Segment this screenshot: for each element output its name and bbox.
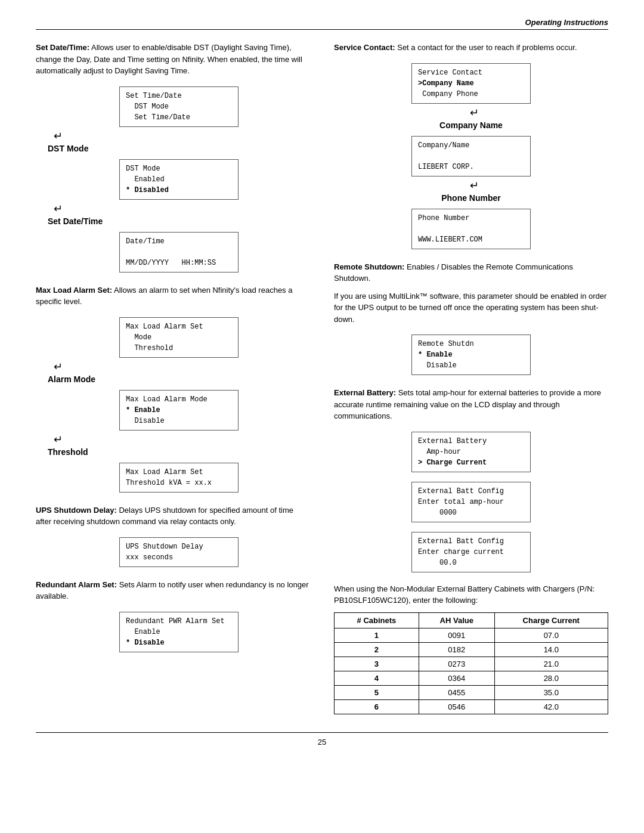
- remote-shutdown-box-group: Remote Shutdn * Enable Disable: [334, 331, 608, 379]
- sc-line2: >Company Name: [418, 79, 474, 88]
- set-time-date-box: Set Time/Date DST Mode Set Time/Date: [119, 86, 239, 127]
- redundant-line2: Enable: [126, 628, 160, 636]
- table-row: 3027321.0: [335, 657, 608, 671]
- table-row: 6054642.0: [335, 699, 608, 714]
- set-date-box: Date/Time MM/DD/YYYY HH:MM:SS: [119, 232, 239, 272]
- max-load-line3: Threshold: [126, 344, 173, 352]
- ext-batt-box3: External Batt Config Enter charge curren…: [411, 532, 531, 572]
- external-battery-intro: External Battery: Sets total amp-hour fo…: [334, 387, 608, 422]
- table-cell: 35.0: [494, 685, 608, 699]
- rs-line3: Disable: [418, 361, 457, 370]
- dst-mode-line2: Enabled: [126, 175, 165, 184]
- threshold-line1: Max Load Alarm Set: [126, 468, 203, 476]
- cn-line1: Company/Name: [418, 141, 469, 150]
- table-header-ah: AH Value: [419, 612, 494, 628]
- table-row: 5045535.0: [335, 685, 608, 699]
- alarm-mode-line2: * Enable: [126, 406, 160, 414]
- ups-shutdown-box-group: UPS Shutdown Delay xxx seconds: [48, 534, 310, 571]
- set-time-date-line3: Set Time/Date: [126, 113, 190, 122]
- table-cell: 0364: [419, 671, 494, 685]
- enter-arrow-1: ↵: [54, 131, 63, 141]
- dst-mode-label: DST Mode: [48, 144, 88, 153]
- right-column: Service Contact: Set a contact for the u…: [334, 42, 608, 714]
- table-cell: 0182: [419, 642, 494, 657]
- rs-line1: Remote Shutdn: [418, 340, 474, 348]
- enter-arrow-2: ↵: [54, 203, 63, 214]
- max-load-intro: Max Load Alarm Set: Allows an alarm to s…: [36, 284, 310, 308]
- eb2-line1: External Batt Config: [418, 487, 504, 496]
- table-cell: 6: [335, 699, 419, 714]
- pn-line1: Phone Number: [418, 214, 469, 222]
- phone-number-box: Phone Number WWW.LIEBERT.COM: [411, 209, 531, 249]
- two-col-layout: Set Date/Time: Allows user to enable/dis…: [36, 42, 608, 714]
- eb2-line2: Enter total amp-hour: [418, 498, 504, 506]
- table-cell: 2: [335, 642, 419, 657]
- header-bar: Operating Instructions: [36, 18, 608, 30]
- alarm-mode-line1: Max Load Alarm Mode: [126, 395, 208, 404]
- table-header-charge: Charge Current: [494, 612, 608, 628]
- dst-mode-box: DST Mode Enabled * Disabled: [119, 159, 239, 200]
- eb2-line3: 0000: [418, 509, 457, 517]
- company-name-label: Company Name: [439, 120, 503, 130]
- max-load-line1: Max Load Alarm Set: [126, 323, 203, 331]
- max-load-box-group: Max Load Alarm Set Mode Threshold ↵ Alar…: [48, 314, 310, 496]
- set-time-date-box-group: Set Time/Date DST Mode Set Time/Date ↵ D…: [48, 83, 310, 276]
- footer-bar: 25: [36, 732, 608, 747]
- external-battery-outro: When using the Non-Modular External Batt…: [334, 583, 608, 606]
- page-container: Operating Instructions Set Date/Time: Al…: [0, 0, 644, 776]
- eb3-line2: Enter charge current: [418, 548, 504, 556]
- sc-line3: Company Phone: [418, 90, 478, 98]
- header-title: Operating Instructions: [525, 18, 608, 27]
- table-cell: 0273: [419, 657, 494, 671]
- enter-arrow-6: ↵: [470, 180, 479, 191]
- max-load-box1: Max Load Alarm Set Mode Threshold: [119, 317, 239, 358]
- table-cell: 0455: [419, 685, 494, 699]
- set-date-time-intro: Set Date/Time: Allows user to enable/dis…: [36, 42, 310, 77]
- phone-number-label: Phone Number: [441, 193, 501, 203]
- table-cell: 14.0: [494, 642, 608, 657]
- eb3-line3: 00.0: [418, 559, 457, 567]
- ext-batt-box1: External Battery Amp-hour > Charge Curre…: [411, 432, 531, 472]
- ups-shutdown-line1: UPS Shutdown Delay: [126, 543, 203, 551]
- eb1-line2: Amp-hour: [418, 448, 461, 456]
- set-date-line1: Date/Time: [126, 237, 165, 246]
- threshold-label: Threshold: [48, 447, 88, 457]
- eb3-line1: External Batt Config: [418, 537, 504, 546]
- service-contact-box-group: Service Contact >Company Name Company Ph…: [334, 60, 608, 253]
- enter-arrow-5: ↵: [470, 107, 479, 118]
- sc-line1: Service Contact: [418, 69, 482, 77]
- set-date-label: Set Date/Time: [48, 216, 103, 226]
- dst-mode-line3: * Disabled: [126, 186, 169, 194]
- dst-mode-line1: DST Mode: [126, 165, 160, 173]
- table-cell: 21.0: [494, 657, 608, 671]
- table-row: 1009107.0: [335, 628, 608, 642]
- redundant-line3: * Disable: [126, 639, 165, 647]
- set-time-date-line1: Set Time/Date: [126, 92, 182, 100]
- alarm-mode-label: Alarm Mode: [48, 374, 95, 384]
- company-name-box: Company/Name LIEBERT CORP.: [411, 136, 531, 176]
- table-cell: 0546: [419, 699, 494, 714]
- table-cell: 1: [335, 628, 419, 642]
- threshold-box: Max Load Alarm Set Threshold kVA = xx.x: [119, 463, 239, 493]
- table-header-cabinets: # Cabinets: [335, 612, 419, 628]
- ext-batt-box2: External Batt Config Enter total amp-hou…: [411, 482, 531, 522]
- table-row: 4036428.0: [335, 671, 608, 685]
- table-cell: 5: [335, 685, 419, 699]
- table-cell: 07.0: [494, 628, 608, 642]
- redundant-line1: Redundant PWR Alarm Set: [126, 617, 225, 625]
- table-cell: 3: [335, 657, 419, 671]
- ups-shutdown-box: UPS Shutdown Delay xxx seconds: [119, 537, 239, 567]
- remote-shutdown-box: Remote Shutdn * Enable Disable: [411, 335, 531, 375]
- ups-shutdown-intro: UPS Shutdown Delay: Delays UPS shutdown …: [36, 504, 310, 528]
- alarm-mode-box: Max Load Alarm Mode * Enable Disable: [119, 390, 239, 431]
- cn-line3: LIEBERT CORP.: [418, 163, 474, 171]
- enter-arrow-3: ↵: [54, 361, 63, 372]
- threshold-line2: Threshold kVA = xx.x: [126, 479, 212, 487]
- set-time-date-line2: DST Mode: [126, 103, 169, 111]
- pn-line3: WWW.LIEBERT.COM: [418, 236, 482, 244]
- table-row: 2018214.0: [335, 642, 608, 657]
- set-date-line3: MM/DD/YYYY HH:MM:SS: [126, 259, 216, 267]
- eb1-line3: > Charge Current: [418, 459, 487, 467]
- remote-shutdown-intro2: If you are using MultiLink™ software, th…: [334, 290, 608, 326]
- table-cell: 28.0: [494, 671, 608, 685]
